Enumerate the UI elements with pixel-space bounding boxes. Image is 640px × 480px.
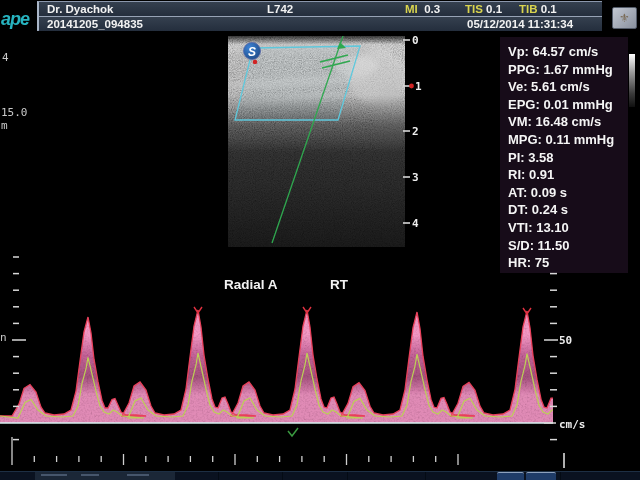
measurement-row: VTI: 13.10 — [508, 219, 628, 237]
trace-check-marker — [288, 428, 298, 436]
svg-text:S: S — [248, 45, 256, 59]
footer-menu-bar[interactable] — [0, 471, 640, 480]
image-thumbnail-icon[interactable]: ⚜ — [612, 7, 637, 29]
probe-name: L742 — [267, 3, 293, 15]
tis-value: 0.1 — [486, 3, 502, 15]
measurement-row: Ve: 5.61 cm/s — [508, 78, 628, 96]
footer-button-1[interactable] — [497, 472, 524, 480]
footer-menu-segment[interactable] — [35, 472, 175, 480]
svg-text:0: 0 — [412, 36, 419, 47]
svg-text:3: 3 — [412, 171, 419, 184]
measurement-row: AT: 0.09 s — [508, 184, 628, 202]
focus-marker — [409, 84, 414, 89]
measurement-row: RI: 0.91 — [508, 166, 628, 184]
time-scale — [12, 437, 458, 465]
measurement-row: Vp: 64.57 cm/s — [508, 43, 628, 61]
measurement-row: MPG: 0.11 mmHg — [508, 131, 628, 149]
param-fragment-1: 4 — [2, 51, 9, 64]
header-bar: Dr. Dyachok L742 MI 0.3 TIS 0.1 TIB 0.1 … — [37, 1, 602, 31]
mi-value: 0.3 — [424, 3, 440, 15]
exam-id: 20141205_094835 — [47, 18, 143, 30]
ultrasound-screen: ape Dr. Dyachok L742 MI 0.3 TIS 0.1 TIB … — [0, 0, 640, 480]
svg-text:2: 2 — [412, 125, 419, 138]
orientation-dot — [253, 60, 258, 65]
header-row-1: Dr. Dyachok L742 MI 0.3 TIS 0.1 TIB 0.1 — [39, 2, 602, 17]
grayscale-bar — [629, 54, 635, 107]
measurements-panel: Vp: 64.57 cm/sPPG: 1.67 mmHgVe: 5.61 cm/… — [500, 37, 628, 273]
measurement-row: DT: 0.24 s — [508, 201, 628, 219]
measurement-row: PI: 3.58 — [508, 149, 628, 167]
measurement-row: EPG: 0.01 mmHg — [508, 96, 628, 114]
vendor-logo-fragment: ape — [1, 9, 37, 31]
depth-scale: 01234 — [398, 36, 428, 236]
mi-label: MI — [405, 3, 418, 15]
bmode-image: S — [228, 36, 405, 247]
footer-button-2[interactable] — [526, 472, 556, 480]
measurement-row: VM: 16.48 cm/s — [508, 113, 628, 131]
svg-text:4: 4 — [412, 217, 419, 230]
tis-label: TIS — [465, 3, 483, 15]
exam-datetime: 05/12/2014 11:31:34 — [467, 18, 573, 30]
tib-value: 0.1 — [541, 3, 557, 15]
measurements-list: Vp: 64.57 cm/sPPG: 1.67 mmHgVe: 5.61 cm/… — [508, 43, 628, 272]
param-fragment-2: 15.0 — [1, 106, 28, 119]
velocity-unit-label: cm/s — [559, 418, 586, 431]
patient-name: Dr. Dyachok — [47, 3, 113, 15]
measurement-row: PPG: 1.67 mmHg — [508, 61, 628, 79]
header-row-2: 20141205_094835 05/12/2014 11:31:34 — [39, 17, 602, 31]
param-fragment-3: m — [1, 119, 8, 132]
spectral-display: 50 cm/s — [0, 250, 640, 480]
svg-text:1: 1 — [415, 80, 422, 93]
velocity-scale-label: 50 — [559, 334, 572, 347]
tib-label: TIB — [519, 3, 538, 15]
